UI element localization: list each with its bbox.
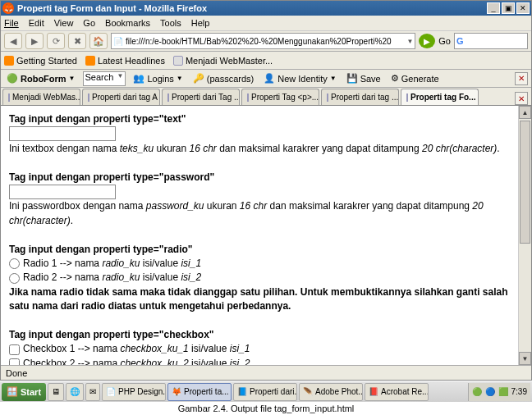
menu-help[interactable]: Help (191, 18, 210, 28)
vertical-scrollbar[interactable]: ▲ ▼ (518, 106, 531, 365)
scroll-thumb[interactable] (520, 121, 530, 244)
nav-toolbar: ◀ ▶ ⟳ ✖ 🏠 📄 ▼ ▶ Go G (1, 30, 531, 52)
bookmark-latest-headlines[interactable]: Latest Headlines (85, 56, 165, 66)
url-input[interactable] (126, 37, 404, 46)
desc-password: Ini passwordbox dengan nama password_ku … (9, 200, 484, 226)
desc-text: Ini textbox dengan nama teks_ku ukuran 1… (9, 143, 500, 154)
radio-2-row[interactable]: Radio 2 --> nama radio_ku isi/value isi_… (9, 271, 201, 283)
menu-file[interactable]: File (4, 18, 19, 28)
task-acrobat-reader[interactable]: 📕Acrobat Re... (365, 383, 429, 401)
reload-button[interactable]: ⟳ (47, 33, 65, 49)
heading-checkbox-input: Tag input dengan properti type="checkbox… (9, 329, 214, 340)
tab-4[interactable]: Properti dari tag ... (321, 89, 399, 105)
roboform-new-identity[interactable]: 👤New Identity▼ (261, 73, 338, 84)
radio-note: Jika nama radio tidak sama maka tidak di… (9, 286, 508, 312)
quicklaunch-2[interactable]: ✉ (85, 383, 100, 401)
tab-strip: Menjadi WebMas... Properti dari tag A Pr… (1, 88, 531, 106)
go-label: Go (438, 36, 451, 46)
roboform-search-select[interactable]: Search (83, 71, 126, 86)
start-button[interactable]: 🪟Start (2, 383, 46, 401)
passwordbox-password-ku[interactable] (9, 185, 116, 199)
system-tray: 🟢 🔵 🟩 7:39 (468, 383, 530, 401)
roboform-passcards[interactable]: 🔑(passcards) (190, 73, 256, 84)
radio-1[interactable] (9, 258, 20, 269)
address-bar[interactable]: 📄 ▼ (111, 33, 415, 49)
tab-2[interactable]: Properti dari Tag ... (162, 89, 240, 105)
tab-0[interactable]: Menjadi WebMas... (2, 89, 80, 105)
quicklaunch-0[interactable]: 🖥 (48, 383, 64, 401)
go-button[interactable]: ▶ (419, 34, 435, 48)
roboform-brand[interactable]: 🟢RoboForm▼ (4, 73, 78, 84)
scroll-down-icon[interactable]: ▼ (519, 352, 531, 365)
status-text: Done (6, 368, 27, 378)
forward-button[interactable]: ▶ (25, 33, 44, 49)
textbox-teks-ku[interactable] (9, 126, 116, 141)
google-icon: G (456, 36, 464, 46)
checkbox-1[interactable] (9, 344, 20, 355)
search-box[interactable]: G (454, 33, 528, 49)
minimize-button[interactable]: _ (487, 2, 500, 14)
heading-text-input: Tag input dengan properti type="text" (9, 113, 186, 125)
browser-window: 🦊 Properti tag Form dan Input - Mozilla … (0, 0, 532, 381)
tab-1[interactable]: Properti dari tag A (82, 89, 160, 105)
page-icon: 📄 (113, 37, 123, 46)
menu-go[interactable]: Go (83, 18, 95, 28)
restore-button[interactable]: ▣ (502, 2, 515, 14)
checkbox-1-row[interactable]: Checkbox 1 --> nama checkbox_ku_1 isi/va… (9, 343, 250, 354)
home-button[interactable]: 🏠 (89, 33, 108, 49)
close-button[interactable]: ✕ (516, 2, 530, 14)
task-properti-dari[interactable]: 📘Properti dari... (233, 383, 297, 401)
tray-icon-3[interactable]: 🟩 (498, 387, 508, 397)
menu-tools[interactable]: Tools (160, 18, 181, 28)
radio-1-row[interactable]: Radio 1 --> nama radio_ku isi/value isi_… (9, 258, 201, 269)
status-bar: Done (1, 365, 531, 380)
figure-caption: Gambar 2.4. Output file tag_form_input.h… (0, 402, 532, 413)
scroll-up-icon[interactable]: ▲ (519, 106, 531, 119)
titlebar: 🦊 Properti tag Form dan Input - Mozilla … (1, 1, 531, 16)
tab-3[interactable]: Properti Tag <p>... (241, 89, 319, 105)
bookmark-getting-started[interactable]: Getting Started (4, 56, 77, 66)
windows-taskbar: 🪟Start 🖥 🌐 ✉ 📄PHP Design... 🦊Properti ta… (0, 381, 532, 402)
menubar: File Edit View Go Bookmarks Tools Help (1, 16, 531, 30)
content-area: Tag input dengan properti type="text" In… (1, 106, 531, 365)
firefox-icon: 🦊 (2, 2, 14, 14)
task-adobe-photoshop[interactable]: 🪶Adobe Phot... (299, 383, 363, 401)
stop-button[interactable]: ✖ (68, 33, 86, 49)
roboform-close-icon[interactable]: ✕ (515, 72, 528, 85)
quicklaunch-1[interactable]: 🌐 (66, 383, 84, 401)
bookmark-menjadi-webmaster[interactable]: Menjadi WebMaster... (173, 56, 273, 66)
heading-password-input: Tag input dengan properti type="password… (9, 171, 214, 183)
checkbox-2-row[interactable]: Checkbox 2 --> nama checkbox_ku_2 isi/va… (9, 358, 250, 365)
page-body: Tag input dengan properti type="text" In… (1, 106, 518, 365)
menu-bookmarks[interactable]: Bookmarks (105, 18, 150, 28)
radio-2[interactable] (9, 273, 20, 284)
tray-icon-2[interactable]: 🔵 (485, 387, 495, 397)
window-title: Properti tag Form dan Input - Mozilla Fi… (17, 3, 487, 13)
heading-radio-input: Tag input dengan properti type="radio" (9, 244, 193, 255)
task-php-design[interactable]: 📄PHP Design... (102, 383, 166, 401)
roboform-generate[interactable]: ⚙Generate (388, 73, 442, 84)
task-properti-firefox[interactable]: 🦊Properti ta... (167, 383, 232, 401)
clock: 7:39 (511, 387, 527, 396)
roboform-logins[interactable]: 👥Logins▼ (131, 73, 185, 84)
roboform-save[interactable]: 💾Save (344, 73, 383, 84)
checkbox-2[interactable] (9, 358, 20, 365)
tray-icon-1[interactable]: 🟢 (472, 387, 482, 397)
back-button[interactable]: ◀ (4, 33, 22, 49)
roboform-toolbar: 🟢RoboForm▼ Search 👥Logins▼ 🔑(passcards) … (1, 70, 531, 88)
tab-5[interactable]: Properti tag Fo... (401, 89, 479, 105)
tab-close-icon[interactable]: ✕ (515, 92, 528, 105)
bookmarks-toolbar: Getting Started Latest Headlines Menjadi… (1, 52, 531, 70)
menu-view[interactable]: View (54, 18, 74, 28)
menu-edit[interactable]: Edit (29, 18, 44, 28)
